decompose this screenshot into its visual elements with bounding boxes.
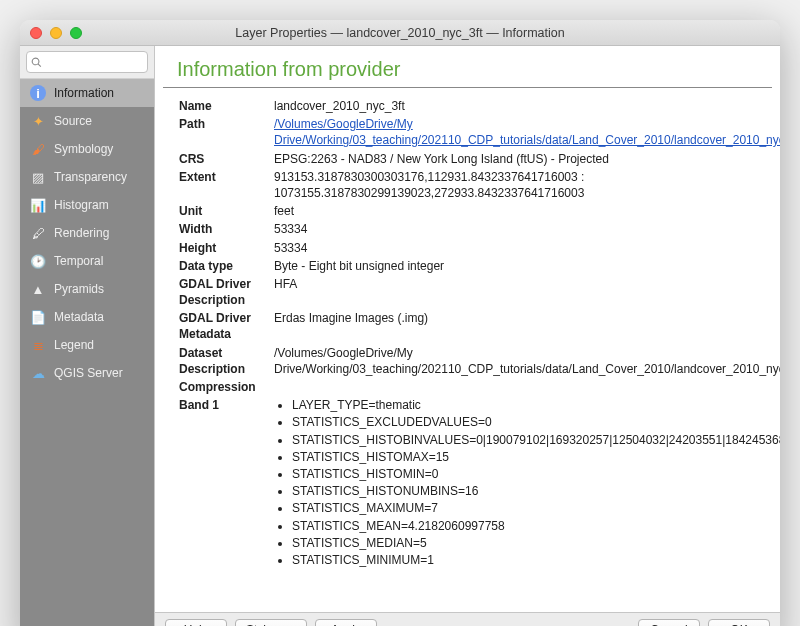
- dialog-footer: Help Style ▾ Apply Cancel OK: [155, 612, 780, 626]
- sidebar-item-qgis-server[interactable]: ☁ QGIS Server: [20, 359, 154, 387]
- band1-item: STATISTICS_MEDIAN=5: [292, 535, 780, 551]
- label-gdal-meta: GDAL Driver Metadata: [179, 310, 274, 342]
- help-button[interactable]: Help: [165, 619, 227, 627]
- label-band1: Band 1: [179, 397, 274, 569]
- sidebar-item-symbology[interactable]: 🖌 Symbology: [20, 135, 154, 163]
- value-gdal-meta: Erdas Imagine Images (.img): [274, 310, 764, 342]
- label-data-type: Data type: [179, 258, 274, 274]
- sidebar-item-label: Temporal: [54, 254, 103, 268]
- window-controls: [30, 27, 82, 39]
- window-title: Layer Properties — landcover_2010_nyc_3f…: [28, 26, 772, 40]
- sidebar-item-label: Histogram: [54, 198, 109, 212]
- sidebar-item-temporal[interactable]: 🕑 Temporal: [20, 247, 154, 275]
- value-dataset: /Volumes/GoogleDrive/My Drive/Working/03…: [274, 345, 780, 377]
- info-body[interactable]: Namelandcover_2010_nyc_3ft Path/Volumes/…: [155, 88, 780, 612]
- label-gdal-desc: GDAL Driver Description: [179, 276, 274, 308]
- value-height: 53334: [274, 240, 764, 256]
- sidebar-item-label: Source: [54, 114, 92, 128]
- pyramids-icon: ▲: [30, 281, 46, 297]
- sidebar-item-label: Transparency: [54, 170, 127, 184]
- sidebar-item-rendering[interactable]: 🖊 Rendering: [20, 219, 154, 247]
- sidebar-item-metadata[interactable]: 📄 Metadata: [20, 303, 154, 331]
- band1-item: STATISTICS_MINIMUM=1: [292, 552, 780, 568]
- value-name: landcover_2010_nyc_3ft: [274, 98, 764, 114]
- value-compression: [274, 379, 764, 395]
- band1-item: STATISTICS_MEAN=4.2182060997758: [292, 518, 780, 534]
- left-panel: i Information ✦ Source 🖌 Symbology ▨ Tra…: [20, 46, 155, 626]
- symbology-icon: 🖌: [30, 141, 46, 157]
- label-compression: Compression: [179, 379, 274, 395]
- information-panel: Information from provider Namelandcover_…: [155, 46, 780, 626]
- band1-item: STATISTICS_HISTOMAX=15: [292, 449, 780, 465]
- titlebar: Layer Properties — landcover_2010_nyc_3f…: [20, 20, 780, 46]
- value-crs: EPSG:2263 - NAD83 / New York Long Island…: [274, 151, 764, 167]
- label-unit: Unit: [179, 203, 274, 219]
- band1-item: LAYER_TYPE=thematic: [292, 397, 780, 413]
- sidebar-item-information[interactable]: i Information: [20, 79, 154, 107]
- sidebar-item-legend[interactable]: ≣ Legend: [20, 331, 154, 359]
- label-dataset: Dataset Description: [179, 345, 274, 377]
- label-path: Path: [179, 116, 274, 148]
- search-container: [20, 46, 154, 79]
- temporal-icon: 🕑: [30, 253, 46, 269]
- band1-list: LAYER_TYPE=thematicSTATISTICS_EXCLUDEDVA…: [274, 397, 780, 568]
- panel-heading: Information from provider: [163, 46, 772, 88]
- sidebar-item-source[interactable]: ✦ Source: [20, 107, 154, 135]
- transparency-icon: ▨: [30, 169, 46, 185]
- info-icon: i: [30, 85, 46, 101]
- sidebar: i Information ✦ Source 🖌 Symbology ▨ Tra…: [20, 79, 154, 626]
- sidebar-item-label: Rendering: [54, 226, 109, 240]
- band1-item: STATISTICS_HISTONUMBINS=16: [292, 483, 780, 499]
- band1-item: STATISTICS_EXCLUDEDVALUES=0: [292, 414, 780, 430]
- rendering-icon: 🖊: [30, 225, 46, 241]
- value-path: /Volumes/GoogleDrive/My Drive/Working/03…: [274, 116, 780, 148]
- sidebar-item-histogram[interactable]: 📊 Histogram: [20, 191, 154, 219]
- ok-button[interactable]: OK: [708, 619, 770, 627]
- cancel-button[interactable]: Cancel: [638, 619, 700, 627]
- source-icon: ✦: [30, 113, 46, 129]
- close-icon[interactable]: [30, 27, 42, 39]
- sidebar-item-label: Information: [54, 86, 114, 100]
- search-icon: [31, 56, 42, 69]
- sidebar-item-pyramids[interactable]: ▲ Pyramids: [20, 275, 154, 303]
- value-extent: 913153.3187830300303176,112931.843233764…: [274, 169, 764, 201]
- server-icon: ☁: [30, 365, 46, 381]
- sidebar-item-label: Metadata: [54, 310, 104, 324]
- band1-item: STATISTICS_MAXIMUM=7: [292, 500, 780, 516]
- value-unit: feet: [274, 203, 764, 219]
- label-name: Name: [179, 98, 274, 114]
- style-label: Style: [246, 623, 273, 627]
- label-extent: Extent: [179, 169, 274, 201]
- band1-item: STATISTICS_HISTOMIN=0: [292, 466, 780, 482]
- minimize-icon[interactable]: [50, 27, 62, 39]
- search-field[interactable]: [46, 55, 143, 69]
- sidebar-item-transparency[interactable]: ▨ Transparency: [20, 163, 154, 191]
- value-gdal-desc: HFA: [274, 276, 764, 308]
- value-band1: LAYER_TYPE=thematicSTATISTICS_EXCLUDEDVA…: [274, 397, 780, 569]
- histogram-icon: 📊: [30, 197, 46, 213]
- apply-button[interactable]: Apply: [315, 619, 377, 627]
- metadata-icon: 📄: [30, 309, 46, 325]
- zoom-icon[interactable]: [70, 27, 82, 39]
- sidebar-item-label: Symbology: [54, 142, 113, 156]
- sidebar-item-label: Legend: [54, 338, 94, 352]
- legend-icon: ≣: [30, 337, 46, 353]
- path-link[interactable]: /Volumes/GoogleDrive/My Drive/Working/03…: [274, 117, 780, 147]
- sidebar-item-label: Pyramids: [54, 282, 104, 296]
- label-width: Width: [179, 221, 274, 237]
- sidebar-item-label: QGIS Server: [54, 366, 123, 380]
- layer-properties-window: Layer Properties — landcover_2010_nyc_3f…: [20, 20, 780, 626]
- style-button[interactable]: Style ▾: [235, 619, 307, 627]
- value-width: 53334: [274, 221, 764, 237]
- value-data-type: Byte - Eight bit unsigned integer: [274, 258, 764, 274]
- search-input[interactable]: [26, 51, 148, 73]
- band1-item: STATISTICS_HISTOBINVALUES=0|190079102|16…: [292, 432, 780, 448]
- label-crs: CRS: [179, 151, 274, 167]
- label-height: Height: [179, 240, 274, 256]
